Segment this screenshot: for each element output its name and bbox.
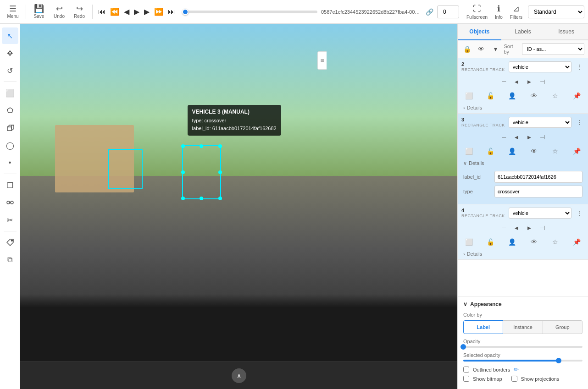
dropdown-button[interactable]: ▾ xyxy=(490,43,501,55)
show-projections-label[interactable]: Show projections xyxy=(521,376,560,382)
color-by-label-btn[interactable]: Label xyxy=(463,320,503,334)
ctrl-point-tm xyxy=(200,144,203,148)
sort-select[interactable]: ID - as... ID - descending Updated - asc… xyxy=(522,43,584,55)
track-2-person-icon[interactable]: 👤 xyxy=(506,90,517,101)
annotation-box-3[interactable]: VEHICLE 3 (MANUAL) type: crossover label… xyxy=(182,145,222,199)
redo-button[interactable]: ↪ Redo xyxy=(70,2,89,22)
next-many-button[interactable]: ⏩ xyxy=(152,5,165,18)
type-input[interactable] xyxy=(494,186,582,197)
track-3-person-icon[interactable]: 👤 xyxy=(506,146,517,157)
track-3-next-btn[interactable]: ► xyxy=(524,132,535,143)
show-bitmap-label[interactable]: Show bitmap xyxy=(473,376,502,382)
fullscreen-button[interactable]: ⛶ Fullscreen xyxy=(465,2,489,22)
track-4-details-toggle[interactable]: › Details xyxy=(458,250,588,259)
tab-objects[interactable]: Objects xyxy=(458,24,501,40)
track-3-label-select[interactable]: vehiclepedestriancyclist xyxy=(509,117,571,128)
track-4-next-btn[interactable]: ► xyxy=(524,223,535,234)
track-3-details-toggle[interactable]: ∨ Details xyxy=(458,159,588,169)
track-4-pin-icon[interactable]: 📌 xyxy=(571,236,582,247)
color-by-instance-btn[interactable]: Instance xyxy=(503,320,543,334)
opacity-slider[interactable] xyxy=(463,346,582,348)
track-2-eye-icon[interactable]: 👁 xyxy=(528,90,539,101)
tag-tool[interactable] xyxy=(2,234,18,251)
track-4-eye-icon[interactable]: 👁 xyxy=(528,236,539,247)
track-2-menu-button[interactable]: ⋮ xyxy=(575,62,584,71)
track-2-last-btn[interactable]: ⊣ xyxy=(537,77,548,88)
track-3-eye-icon[interactable]: 👁 xyxy=(528,146,539,157)
top-toolbar: ☰ Menu 💾 Save ↩ Undo ↪ Redo ⏮ ⏪ ◀ ▶ ▶ ⏩ … xyxy=(0,0,588,24)
rotate-tool[interactable]: ↺ xyxy=(2,62,18,79)
track-3-last-btn[interactable]: ⊣ xyxy=(537,132,548,143)
next-frame-button[interactable]: ▶ xyxy=(142,5,151,18)
ellipse-tool[interactable]: ◯ xyxy=(2,137,18,153)
save-button[interactable]: 💾 Save xyxy=(30,2,48,22)
track-2-header: 2 RECTANGLE TRACK vehiclepedestriancycli… xyxy=(458,58,588,76)
track-3-menu-button[interactable]: ⋮ xyxy=(575,118,584,127)
cursor-tool[interactable]: ↖ xyxy=(2,27,18,44)
track-3-pin-icon[interactable]: 📌 xyxy=(571,146,582,157)
track-4-last-btn[interactable]: ⊣ xyxy=(537,223,548,234)
first-frame-button[interactable]: ⏮ xyxy=(96,6,107,18)
track-2-label-select[interactable]: vehiclepedestriancyclist xyxy=(509,61,571,72)
canvas-area[interactable]: VEHICLE 3 (MANUAL) type: crossover label… xyxy=(20,24,457,389)
track-2-first-btn[interactable]: ⊢ xyxy=(498,77,509,88)
show-projections-checkbox[interactable] xyxy=(511,376,517,382)
track-4-star-icon[interactable]: ☆ xyxy=(550,236,561,247)
move-tool[interactable]: ✥ xyxy=(2,45,18,61)
appearance-header[interactable]: ∨ Appearance xyxy=(463,301,582,307)
track-2-lock-icon[interactable]: 🔓 xyxy=(485,90,496,101)
track-2-pin-icon[interactable]: 📌 xyxy=(571,90,582,101)
outlined-borders-label[interactable]: Outlined borders xyxy=(473,367,510,373)
progress-track[interactable] xyxy=(183,11,317,13)
selected-opacity-slider[interactable] xyxy=(463,360,582,362)
timeline-scroll-up-button[interactable]: ∧ xyxy=(232,368,246,383)
show-bitmap-checkbox[interactable] xyxy=(463,376,469,382)
track-4-prev-btn[interactable]: ◄ xyxy=(511,223,522,234)
color-by-group-btn[interactable]: Group xyxy=(543,320,582,334)
lock-all-button[interactable]: 🔒 xyxy=(461,43,473,55)
track-4-menu-button[interactable]: ⋮ xyxy=(575,208,584,218)
play-button[interactable]: ▶ xyxy=(132,5,141,18)
panel-edge-toggle[interactable]: ≡ xyxy=(317,51,327,70)
track-4-person-icon[interactable]: 👤 xyxy=(506,236,517,247)
track-3-lock-icon[interactable]: 🔓 xyxy=(485,146,496,157)
merge-tool[interactable] xyxy=(2,194,18,211)
track-2-next-btn[interactable]: ► xyxy=(524,77,535,88)
standard-filter-select[interactable]: Standard Fisheye Equirectangular xyxy=(528,5,584,18)
outlined-borders-checkbox[interactable] xyxy=(463,367,469,373)
track-2-star-icon[interactable]: ☆ xyxy=(550,90,561,101)
track-3-star-icon[interactable]: ☆ xyxy=(550,146,561,157)
last-frame-button[interactable]: ⏭ xyxy=(166,6,177,18)
track-3-first-btn[interactable]: ⊢ xyxy=(498,132,509,143)
tab-labels[interactable]: Labels xyxy=(501,24,545,40)
track-3-box-icon[interactable]: ⬜ xyxy=(463,146,474,157)
fullscreen-label: Fullscreen xyxy=(466,15,488,20)
annotation-box-2[interactable] xyxy=(108,149,143,189)
frame-layout-tool[interactable]: ⧉ xyxy=(2,252,18,268)
filters-button[interactable]: ⊿ Filters xyxy=(508,2,524,22)
track-3-prev-btn[interactable]: ◄ xyxy=(511,132,522,143)
prev-frame-button[interactable]: ◀ xyxy=(122,5,131,18)
track-2-prev-btn[interactable]: ◄ xyxy=(511,77,522,88)
track-2-details-toggle[interactable]: › Details xyxy=(458,104,588,113)
label-id-input[interactable] xyxy=(494,171,582,183)
info-button[interactable]: ℹ Info xyxy=(493,2,505,22)
group-tool[interactable]: ❒ xyxy=(2,177,18,193)
polygon-tool[interactable] xyxy=(2,102,18,119)
track-4-lock-icon[interactable]: 🔓 xyxy=(485,236,496,247)
rectangle-tool[interactable]: ⬜ xyxy=(2,85,18,101)
prev-many-button[interactable]: ⏪ xyxy=(108,5,121,18)
frame-number-input[interactable] xyxy=(437,5,459,18)
menu-button[interactable]: ☰ Menu xyxy=(4,2,22,22)
track-2-box-icon[interactable]: ⬜ xyxy=(463,90,474,101)
track-4-first-btn[interactable]: ⊢ xyxy=(498,223,509,234)
track-4-label-select[interactable]: vehiclepedestriancyclist xyxy=(509,208,571,219)
show-all-button[interactable]: 👁 xyxy=(476,43,487,55)
point-tool[interactable]: • xyxy=(2,154,18,171)
track-4-box-icon[interactable]: ⬜ xyxy=(463,236,474,247)
tab-issues[interactable]: Issues xyxy=(544,24,588,40)
split-tool[interactable]: ✂ xyxy=(2,212,18,228)
undo-button[interactable]: ↩ Undo xyxy=(50,2,68,22)
track-2-type: RECTANGLE TRACK xyxy=(461,67,505,73)
cuboid-tool[interactable] xyxy=(2,120,18,136)
